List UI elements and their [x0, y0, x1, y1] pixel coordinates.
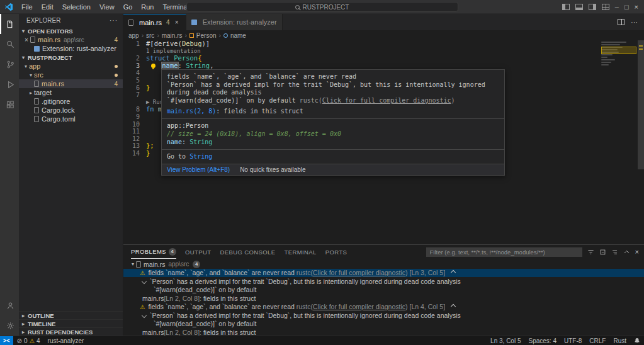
tab-extension-rust-analyzer[interactable]: Extension: rust-analyzer: [186, 14, 283, 30]
split-editor-icon[interactable]: [618, 19, 624, 25]
menu-view[interactable]: View: [95, 0, 119, 13]
menu-go[interactable]: Go: [119, 0, 137, 13]
breadcrumb-src[interactable]: src: [146, 32, 154, 39]
breadcrumb-app[interactable]: app: [128, 32, 139, 39]
compiler-diagnostic-link[interactable]: Click for full compiler diagnostic: [313, 303, 405, 310]
menu-file[interactable]: File: [17, 0, 37, 13]
open-editor-item[interactable]: Extension: rust-analyzer: [19, 44, 123, 53]
problem-detail-row[interactable]: `Person` has a derived impl for the trai…: [123, 277, 644, 286]
tree-item-cargolock[interactable]: Cargo.lock: [19, 106, 123, 115]
rust-file-icon: [128, 20, 133, 26]
tree-item-gitignore[interactable]: .gitignore: [19, 97, 123, 106]
search-activity-icon[interactable]: [0, 34, 19, 54]
problem-related-row[interactable]: main.rs [Ln 2, Col 8]: fields in this st…: [123, 328, 644, 336]
menu-selection[interactable]: Selection: [58, 0, 95, 13]
open-editor-item[interactable]: × main.rs app\src 4: [19, 35, 123, 44]
source-control-activity-icon[interactable]: [0, 54, 19, 74]
problems-badge: 4: [114, 81, 118, 88]
panel-tab-ports[interactable]: PORTS: [325, 245, 347, 259]
hovered-symbol[interactable]: name: [162, 62, 178, 70]
compiler-diagnostic-link[interactable]: Click for full compiler diagnostic: [313, 269, 405, 276]
goto-string-link[interactable]: String: [189, 153, 212, 160]
toggle-panel-icon[interactable]: [575, 4, 583, 10]
view-as-tree-icon[interactable]: [611, 249, 618, 256]
tree-item-mainrs[interactable]: main.rs 4: [19, 79, 123, 88]
tree-item-cargotoml[interactable]: Cargo.toml: [19, 115, 123, 123]
rust-analyzer-status[interactable]: rust-analyzer: [44, 336, 88, 345]
minimap[interactable]: [601, 42, 636, 67]
view-problem-link[interactable]: View Problem (Alt+F8): [167, 166, 230, 173]
menu-run[interactable]: Run: [137, 0, 158, 13]
settings-gear-icon[interactable]: [0, 315, 19, 336]
toggle-primary-sidebar-icon[interactable]: [562, 4, 570, 10]
menu-edit[interactable]: Edit: [37, 0, 58, 13]
language-mode[interactable]: Rust: [609, 336, 630, 345]
problem-detail-row[interactable]: `#[warn(dead_code)]` on by default: [123, 286, 644, 295]
problem-related-row[interactable]: main.rs [Ln 2, Col 8]: fields in this st…: [123, 294, 644, 303]
command-center-text: RUSTPROJECT: [303, 4, 349, 11]
lightbulb-icon[interactable]: [151, 64, 155, 68]
window-minimize-icon[interactable]: –: [615, 3, 619, 11]
collapse-all-icon[interactable]: [599, 249, 606, 256]
editor-scrollbar[interactable]: [638, 40, 644, 169]
panel-tab-terminal[interactable]: TERMINAL: [285, 245, 317, 259]
panel-tab-problems[interactable]: PROBLEMS4: [131, 245, 176, 259]
run-debug-activity-icon[interactable]: [0, 74, 19, 94]
file-icon: [34, 107, 39, 113]
notifications-bell-icon[interactable]: [630, 336, 644, 345]
window-maximize-icon[interactable]: □: [624, 3, 629, 11]
eol-setting[interactable]: CRLF: [585, 336, 609, 345]
compiler-diagnostic-link[interactable]: Click for full compiler diagnostic: [322, 97, 451, 104]
problem-detail-row[interactable]: `Person` has a derived impl for the trai…: [123, 311, 644, 320]
tree-item-target[interactable]: ▸ target: [19, 88, 123, 97]
extensions-activity-icon[interactable]: [0, 94, 19, 115]
indentation-setting[interactable]: Spaces: 4: [524, 336, 560, 345]
editor-more-actions-icon[interactable]: ···: [631, 18, 638, 26]
tree-item-app[interactable]: ▾ app: [19, 62, 123, 71]
problems-filter-input[interactable]: [426, 247, 582, 257]
related-location-link[interactable]: main.rs(2, 8): [167, 108, 216, 115]
problem-row[interactable]: ⚠ fields `name`, `age`, and `balance` ar…: [123, 269, 644, 278]
explorer-activity-icon[interactable]: [0, 14, 19, 34]
breadcrumb-symbol-name[interactable]: name: [230, 32, 246, 39]
bottom-panel: PROBLEMS4 OUTPUT DEBUG CONSOLE TERMINAL …: [123, 244, 644, 336]
remote-indicator[interactable]: ><: [0, 336, 13, 345]
outline-section[interactable]: ▸ OUTLINE: [19, 311, 123, 319]
code-editor[interactable]: 1#[derive(Debug)] 1 implementation 2stru…: [123, 40, 644, 244]
panel-tab-debug-console[interactable]: DEBUG CONSOLE: [220, 245, 275, 259]
breadcrumb-file[interactable]: main.rs: [162, 32, 183, 39]
vscode-logo-icon: [4, 3, 13, 11]
collapse-related-icon[interactable]: [451, 304, 456, 309]
rust-dependencies-section[interactable]: ▸ RUST DEPENDENCIES: [19, 327, 123, 336]
chevron-down-icon: ▾: [23, 64, 29, 69]
account-icon[interactable]: [0, 295, 19, 315]
maximize-panel-icon[interactable]: [623, 249, 630, 256]
window-close-icon[interactable]: ×: [635, 3, 638, 11]
workspace-header[interactable]: ▾ RUSTPROJECT: [19, 53, 123, 62]
tree-item-src[interactable]: ▾ src: [19, 71, 123, 79]
warning-icon: ⚠: [140, 303, 145, 310]
problem-detail-row[interactable]: `#[warn(dead_code)]` on by default: [123, 320, 644, 329]
breadcrumb-symbol-person[interactable]: Person: [196, 32, 217, 39]
problems-status[interactable]: ⊘ 0 ⚠ 4: [13, 336, 44, 345]
encoding-setting[interactable]: UTF-8: [560, 336, 585, 345]
toggle-secondary-sidebar-icon[interactable]: [589, 4, 596, 10]
filter-icon[interactable]: [587, 249, 594, 256]
close-icon[interactable]: ×: [173, 19, 181, 26]
problem-row[interactable]: ⚠ fields `name`, `age`, and `balance` ar…: [123, 303, 644, 312]
problem-file-group[interactable]: ▾ main.rs app\src 4: [123, 260, 644, 269]
close-icon[interactable]: ×: [23, 37, 30, 43]
customize-layout-icon[interactable]: [602, 4, 609, 10]
timeline-section[interactable]: ▸ TIMELINE: [19, 319, 123, 327]
explorer-more-actions-icon[interactable]: ···: [110, 17, 118, 24]
search-icon: [295, 5, 300, 9]
panel-tab-output[interactable]: OUTPUT: [185, 245, 211, 259]
cursor-position[interactable]: Ln 3, Col 5: [487, 336, 524, 345]
close-panel-icon[interactable]: ×: [635, 248, 639, 256]
open-editors-header[interactable]: ▾ OPEN EDITORS: [19, 26, 123, 35]
command-center-search[interactable]: RUSTPROJECT: [186, 2, 458, 12]
modified-dot-icon: [115, 65, 118, 68]
collapse-related-icon[interactable]: [451, 270, 456, 275]
extension-icon: [34, 46, 40, 52]
tab-mainrs[interactable]: main.rs 4 ×: [123, 14, 186, 30]
